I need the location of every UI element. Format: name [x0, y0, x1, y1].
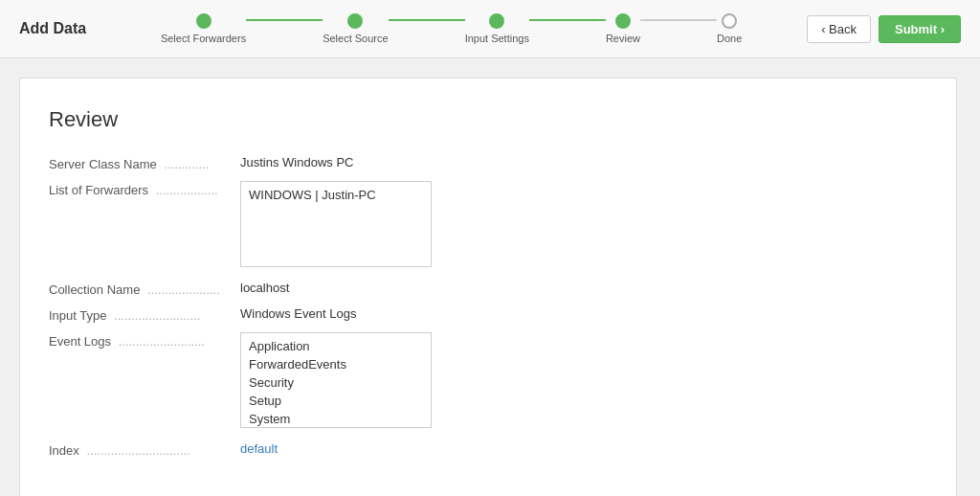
server-class-row: Server Class Name ............. Justins … [49, 155, 927, 171]
main-content: Review Server Class Name ............. J… [0, 58, 980, 496]
step-label-5: Done [717, 33, 742, 44]
index-label: Index .............................. [49, 441, 240, 458]
step-done: Done [717, 13, 742, 44]
event-logs-label: Event Logs ......................... [49, 332, 240, 349]
step-circle-5 [722, 13, 737, 29]
step-line-4 [640, 19, 717, 21]
step-line-1 [246, 19, 323, 21]
step-circle-2 [347, 13, 363, 29]
review-card: Review Server Class Name ............. J… [19, 78, 957, 496]
event-logs-row: Event Logs ......................... App… [49, 332, 927, 428]
forwarders-listbox[interactable]: WINDOWS | Justin-PC [240, 181, 432, 267]
step-select-forwarders: Select Forwarders [161, 13, 246, 44]
step-review: Review [606, 13, 640, 44]
forwarders-label: List of Forwarders .................. [49, 181, 240, 197]
index-row: Index .............................. def… [49, 441, 927, 458]
step-circle-1 [196, 13, 212, 29]
step-input-settings: Input Settings [465, 13, 529, 44]
stepper: Select Forwarders Select Source Input Se… [124, 13, 778, 44]
input-type-row: Input Type ......................... Win… [49, 306, 927, 323]
header: Add Data Select Forwarders Select Source… [0, 0, 980, 58]
step-label-1: Select Forwarders [161, 33, 246, 44]
step-select-source: Select Source [323, 13, 388, 44]
step-label-4: Review [606, 33, 640, 44]
step-circle-4 [615, 13, 631, 29]
event-logs-listbox[interactable]: Application ForwardedEvents Security Set… [240, 332, 432, 428]
submit-button[interactable]: Submit › [879, 15, 961, 43]
step-line-3 [529, 19, 606, 21]
step-line-2 [389, 19, 465, 21]
index-value[interactable]: default [240, 441, 278, 456]
step-label-2: Select Source [323, 33, 388, 44]
page-title: Add Data [19, 20, 96, 37]
server-class-label: Server Class Name ............. [49, 155, 240, 171]
event-log-item-0: Application [245, 337, 427, 355]
header-actions: ‹ Back Submit › [807, 15, 961, 43]
event-log-item-2: Security [245, 373, 427, 392]
collection-value: localhost [240, 281, 289, 295]
event-log-item-3: Setup [245, 392, 427, 410]
collection-row: Collection Name ..................... lo… [49, 281, 927, 297]
server-class-value: Justins Windows PC [240, 155, 353, 169]
step-circle-3 [489, 13, 504, 29]
event-log-item-1: ForwardedEvents [245, 355, 427, 373]
back-button[interactable]: ‹ Back [807, 15, 871, 43]
forwarders-row: List of Forwarders .................. WI… [49, 181, 927, 267]
forwarder-item-0: WINDOWS | Justin-PC [245, 186, 427, 204]
event-log-item-4: System [245, 410, 427, 428]
collection-label: Collection Name ..................... [49, 281, 240, 297]
card-title: Review [49, 107, 927, 132]
step-label-3: Input Settings [465, 33, 529, 44]
input-type-value: Windows Event Logs [240, 306, 356, 321]
input-type-label: Input Type ......................... [49, 306, 240, 323]
